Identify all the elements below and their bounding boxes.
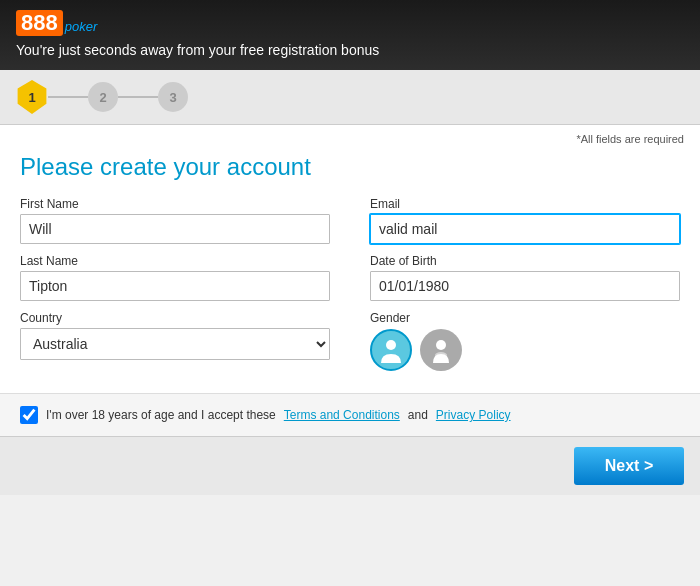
gender-male-icon[interactable] <box>370 329 412 371</box>
female-silhouette <box>428 337 454 363</box>
last-name-input[interactable] <box>20 271 330 301</box>
privacy-link[interactable]: Privacy Policy <box>436 408 511 422</box>
last-name-group: Last Name <box>20 254 330 301</box>
logo-container: 888 poker <box>16 10 97 36</box>
email-group: Email <box>370 197 680 244</box>
email-input[interactable] <box>370 214 680 244</box>
page-title: Please create your account <box>20 153 680 181</box>
header: 888 poker You're just seconds away from … <box>0 0 700 70</box>
dob-group: Date of Birth <box>370 254 680 301</box>
footer-bar: Next > <box>0 436 700 495</box>
terms-link[interactable]: Terms and Conditions <box>284 408 400 422</box>
logo-poker: poker <box>65 19 98 34</box>
form-grid: First Name Last Name Country Australia U… <box>20 197 680 381</box>
logo-888: 888 <box>16 10 63 36</box>
terms-checkbox[interactable] <box>20 406 38 424</box>
svg-point-0 <box>386 340 396 350</box>
steps-bar: 1 2 3 <box>0 70 700 125</box>
next-button[interactable]: Next > <box>574 447 684 485</box>
checkbox-label: I'm over 18 years of age and I accept th… <box>46 408 276 422</box>
step-line-1 <box>48 96 88 98</box>
main-content: *All fields are required Please create y… <box>0 125 700 393</box>
country-label: Country <box>20 311 330 325</box>
and-text: and <box>408 408 428 422</box>
step-line-2 <box>118 96 158 98</box>
first-name-input[interactable] <box>20 214 330 244</box>
male-silhouette <box>378 337 404 363</box>
country-select[interactable]: Australia United States United Kingdom C… <box>20 328 330 360</box>
gender-label: Gender <box>370 311 680 325</box>
first-name-label: First Name <box>20 197 330 211</box>
gender-female-icon[interactable] <box>420 329 462 371</box>
step-1[interactable]: 1 <box>16 80 48 114</box>
gender-group: Gender <box>370 311 680 371</box>
left-column: First Name Last Name Country Australia U… <box>20 197 330 381</box>
right-column: Email Date of Birth Gender <box>370 197 680 381</box>
step-2[interactable]: 2 <box>88 82 118 112</box>
required-note: *All fields are required <box>576 133 684 145</box>
dob-input[interactable] <box>370 271 680 301</box>
dob-label: Date of Birth <box>370 254 680 268</box>
gender-row <box>370 329 680 371</box>
checkbox-row: I'm over 18 years of age and I accept th… <box>0 393 700 436</box>
last-name-label: Last Name <box>20 254 330 268</box>
svg-point-2 <box>435 352 447 358</box>
svg-point-1 <box>436 340 446 350</box>
step-3[interactable]: 3 <box>158 82 188 112</box>
country-group: Country Australia United States United K… <box>20 311 330 360</box>
header-tagline: You're just seconds away from your free … <box>16 42 379 58</box>
first-name-group: First Name <box>20 197 330 244</box>
email-label: Email <box>370 197 680 211</box>
